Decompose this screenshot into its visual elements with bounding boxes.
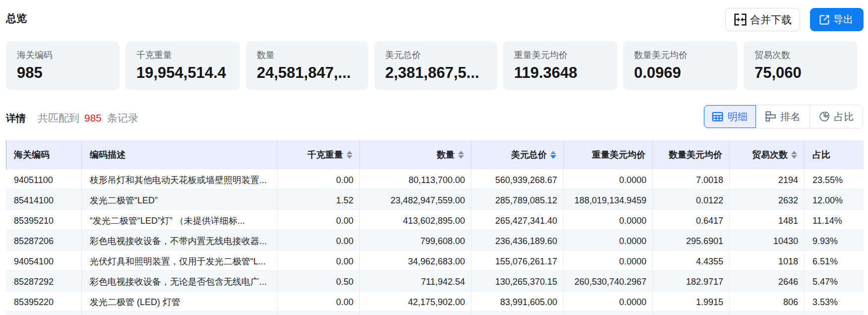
sort-caret-up-icon[interactable] — [791, 151, 797, 154]
table-cell: 2632 — [730, 189, 805, 209]
column-header[interactable]: 贸易次数 — [730, 140, 805, 169]
table-cell: 34,962,683.00 — [360, 251, 471, 270]
stat-card-value: 24,581,847,... — [257, 65, 357, 80]
tab-proportion[interactable]: 占比 — [810, 105, 863, 128]
table-cell: 295.6901 — [653, 230, 730, 250]
table-cell: 10430 — [730, 230, 805, 250]
table-cell: 3.53% — [805, 291, 864, 311]
stat-card-value: 2,381,867,5... — [385, 65, 486, 80]
table-cell: 85287292 — [6, 271, 82, 291]
table-cell: 260,530,740.2967 — [564, 271, 653, 291]
export-label: 导出 — [833, 13, 853, 26]
table-cell: 0.0000 — [564, 210, 653, 230]
table-cell: 彩色电视接收设备，不带内置无线电接收器... — [82, 230, 278, 250]
table-cell: 23,482,947,559.00 — [360, 189, 471, 209]
sort-caret-up-icon[interactable] — [347, 151, 352, 154]
column-header: 重量美元均价 — [564, 140, 653, 169]
stat-card-label: 美元总价 — [385, 51, 486, 60]
column-header[interactable]: 千克重量 — [278, 140, 360, 169]
column-header-label: 海关编码 — [14, 149, 50, 161]
table-cell — [471, 312, 564, 315]
sort-caret-up-icon[interactable] — [458, 151, 464, 154]
export-button[interactable]: 导出 — [810, 8, 864, 31]
tab-ranking[interactable]: 排名 — [756, 105, 810, 128]
table-cell: 6.51% — [805, 251, 864, 270]
table-cell: 0.00 — [278, 230, 360, 250]
table-cell: 42,175,902.00 — [360, 291, 471, 311]
table-cell: 4.4355 — [653, 251, 730, 270]
column-header: 数量美元均价 — [653, 140, 730, 169]
column-header[interactable]: 美元总价 — [471, 140, 564, 169]
column-header[interactable]: 数量 — [360, 140, 471, 169]
table-cell: 2194 — [730, 169, 805, 189]
column-header: 编码描述 — [82, 140, 278, 169]
tab-label: 占比 — [834, 110, 854, 124]
tab-detail[interactable]: 明细 — [704, 105, 756, 128]
table-cell: 0.0000 — [564, 251, 653, 270]
sort-caret-down-icon[interactable] — [458, 155, 464, 159]
table-cell: 12.00% — [805, 189, 864, 209]
table-cell: 560,939,268.67 — [471, 169, 564, 189]
stat-card-value: 0.0969 — [634, 65, 727, 80]
table-cell: 188,019,134.9459 — [564, 189, 653, 209]
tab-label: 排名 — [781, 110, 801, 124]
merge-download-button[interactable]: 合并下载 — [725, 8, 800, 31]
table-row: 94054100光伏灯具和照明装置，仅用于发光二极管“L...0.0034,96… — [6, 251, 864, 271]
table-cell: 7.0018 — [653, 169, 730, 189]
detail-bar: 详情 共匹配到985条记录 明细排名占比 — [6, 105, 863, 128]
column-header-label: 千克重量 — [307, 149, 343, 161]
table-cell: 94051100 — [6, 169, 82, 189]
sort-caret-down-icon[interactable] — [550, 155, 556, 159]
stat-card-label: 重量美元均价 — [514, 51, 606, 60]
stat-cards: 海关编码985千克重量19,954,514.4数量24,581,847,...美… — [6, 41, 857, 90]
sort-caret-down-icon[interactable] — [791, 155, 797, 159]
stat-card-label: 贸易次数 — [754, 51, 846, 60]
sort-caret-icon[interactable] — [550, 151, 556, 159]
stat-card-label: 数量 — [257, 51, 357, 60]
table-cell: 1018 — [730, 251, 805, 270]
table-cell — [653, 312, 730, 315]
table-cell: 1.52 — [278, 189, 360, 209]
tab-label: 明细 — [728, 110, 748, 124]
column-header-label: 美元总价 — [511, 149, 547, 161]
stat-card-value: 985 — [17, 65, 109, 80]
table-cell: 0.00 — [278, 169, 360, 189]
table-cell: 0.00 — [278, 210, 360, 230]
table-cell — [805, 312, 864, 315]
table-cell: 265,427,341.40 — [471, 210, 564, 230]
match-prefix: 共匹配到 — [38, 112, 79, 124]
table-cell: 光伏灯具和照明装置，仅用于发光二极管“L... — [82, 251, 278, 270]
table-cell: 11.14% — [805, 210, 864, 230]
table-cell: 发光二极管 (LED) 灯管 — [82, 291, 278, 311]
table-cell: 236,436,189.60 — [471, 230, 564, 250]
page: 总览 合并下载 — [0, 0, 868, 315]
pie-chart-icon — [819, 111, 830, 122]
table-row — [6, 312, 864, 315]
bar-chart-icon — [765, 111, 776, 122]
table-header-row: 海关编码编码描述千克重量数量美元总价重量美元均价数量美元均价贸易次数占比 — [6, 140, 864, 169]
table-cell: 9.93% — [805, 230, 864, 250]
column-header-label: 数量美元均价 — [669, 149, 722, 161]
table-cell: 彩色电视接收设备，无论是否包含无线电广... — [82, 271, 278, 291]
table-cell: 2646 — [730, 271, 805, 291]
table-cell: 0.0122 — [653, 189, 730, 209]
table-cell — [730, 312, 805, 315]
table-cell: 1.9915 — [653, 291, 730, 311]
sort-caret-icon[interactable] — [791, 151, 797, 159]
detail-title: 详情 — [6, 112, 26, 125]
table-cell — [6, 312, 82, 315]
sort-caret-icon[interactable] — [347, 151, 352, 159]
table-cell: 83,991,605.00 — [471, 291, 564, 311]
table-row: 85414100发光二极管“LED”1.5223,482,947,559.002… — [6, 189, 864, 210]
table-row: 85287206彩色电视接收设备，不带内置无线电接收器...0.00799,60… — [6, 230, 864, 251]
table-cell: 1481 — [730, 210, 805, 230]
sort-caret-up-icon[interactable] — [550, 151, 556, 154]
data-table: 海关编码编码描述千克重量数量美元总价重量美元均价数量美元均价贸易次数占比 940… — [6, 140, 864, 315]
sort-caret-icon[interactable] — [458, 151, 464, 159]
table-cell: 413,602,895.00 — [360, 210, 471, 230]
view-tabs: 明细排名占比 — [703, 105, 863, 128]
column-header-label: 编码描述 — [90, 149, 125, 161]
stat-card-label: 海关编码 — [17, 51, 109, 60]
merge-cells-icon — [734, 13, 747, 26]
sort-caret-down-icon[interactable] — [347, 155, 352, 159]
